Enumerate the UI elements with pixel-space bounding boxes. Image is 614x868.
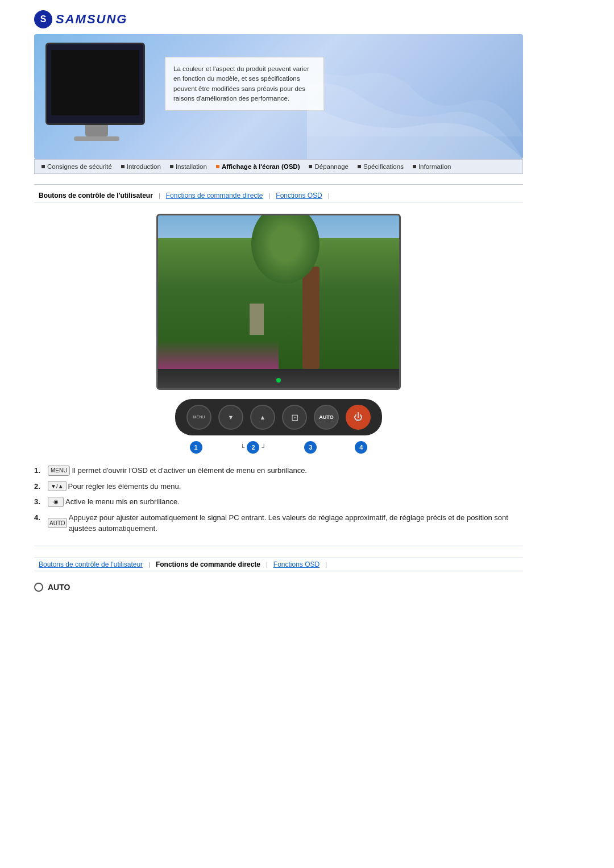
up-button[interactable]: ▲ — [250, 405, 275, 430]
auto-title: AUTO — [34, 583, 523, 592]
instr-num-2: 2. — [34, 481, 44, 492]
num-2-container: └ 2 ┘ — [240, 441, 267, 454]
monitor-screen-banner — [51, 50, 139, 115]
auto-circle-icon — [34, 583, 43, 592]
tab-sep-3: | — [327, 192, 331, 199]
instructions: 1. MENU Il permet d'ouvrir l'OSD et d'ac… — [34, 465, 523, 534]
logo-icon: S — [34, 10, 52, 28]
down-button[interactable]: ▼ — [218, 405, 243, 430]
instr-2-content: ▼/▲ Pour régler les éléments du menu. — [48, 481, 181, 492]
up-button-label: ▲ — [260, 414, 266, 421]
menu-button[interactable]: MENU — [186, 405, 211, 430]
monitor-image-area — [34, 214, 523, 390]
nav-bullet-information — [413, 165, 416, 168]
tab-boutons-controle-bottom[interactable]: Boutons de contrôle de l'utilisateur — [34, 560, 147, 568]
auto-section: AUTO — [34, 583, 523, 592]
num-badge-2: 2 — [247, 441, 259, 454]
nav-bullet-consignes — [42, 165, 45, 168]
tab-sep-bottom-1: | — [147, 561, 151, 568]
nav-bullet-affichage — [216, 165, 219, 168]
tab-sep-bottom-3: | — [324, 561, 328, 568]
instruction-2: 2. ▼/▲ Pour régler les éléments du menu. — [34, 481, 523, 492]
tab-row-bottom: Boutons de contrôle de l'utilisateur | F… — [34, 558, 523, 571]
monitor-display-bezel — [158, 369, 399, 390]
bracket-left: └ — [240, 444, 245, 451]
monitor-display — [156, 214, 401, 390]
tab-row-top: Boutons de contrôle de l'utilisateur | F… — [34, 189, 523, 202]
tab-sep-bottom-2: | — [265, 561, 269, 568]
instr-num-1: 1. — [34, 465, 44, 476]
banner-text: La couleur et l'aspect du produit peuven… — [165, 57, 324, 111]
section-divider-bottom — [34, 546, 523, 546]
instr-key-4: AUTO — [48, 518, 67, 528]
power-button[interactable]: ⏻ — [346, 405, 371, 430]
tab-sep-1: | — [157, 192, 161, 199]
tab-sep-2: | — [268, 192, 272, 199]
tab-fonctions-commande[interactable]: Fonctions de commande directe — [161, 192, 268, 200]
tab-fonctions-commande-bottom[interactable]: Fonctions de commande directe — [151, 560, 265, 568]
select-button[interactable]: ⊡ — [282, 405, 307, 430]
monitor-stand — [85, 125, 108, 136]
auto-label: AUTO — [48, 583, 70, 592]
nav-bullet-specifications — [358, 165, 361, 168]
bracket-right: ┘ — [262, 444, 266, 451]
num-1-container: 1 — [190, 441, 202, 454]
instr-num-3: 3. — [34, 496, 44, 508]
section-divider-top — [34, 184, 523, 185]
auto-button-label: AUTO — [319, 414, 333, 420]
garden-flowers — [158, 340, 279, 369]
menu-button-label: MENU — [193, 415, 205, 420]
power-button-label: ⏻ — [354, 412, 363, 422]
tab-boutons-controle[interactable]: Boutons de contrôle de l'utilisateur — [34, 192, 157, 200]
nav-item-specifications[interactable]: Spécifications — [358, 163, 404, 170]
monitor-display-screen — [158, 215, 399, 369]
nav-bullet-introduction — [121, 165, 125, 168]
nav-bullet-depannage — [309, 165, 312, 168]
nav-item-information[interactable]: Information — [413, 163, 451, 170]
select-button-label: ⊡ — [291, 412, 298, 423]
banner-monitor — [45, 43, 148, 134]
instruction-3: 3. ◉ Active le menu mis en surbrillance. — [34, 496, 523, 508]
instr-key-2: ▼/▲ — [48, 481, 67, 491]
nav-item-installation[interactable]: Installation — [170, 163, 207, 170]
banner: La couleur et l'aspect du produit peuven… — [34, 34, 523, 159]
garden-pagoda — [250, 304, 264, 335]
num-badge-4: 4 — [355, 441, 367, 454]
num-3-container: 3 — [304, 441, 317, 454]
nav-item-introduction[interactable]: Introduction — [121, 163, 161, 170]
instruction-1: 1. MENU Il permet d'ouvrir l'OSD et d'ac… — [34, 465, 523, 476]
auto-button[interactable]: AUTO — [314, 405, 339, 430]
button-diagram: MENU ▼ ▲ ⊡ AUTO ⏻ 1 — [34, 399, 523, 454]
button-panel: MENU ▼ ▲ ⊡ AUTO ⏻ — [175, 399, 382, 435]
nav-bullet-installation — [170, 165, 173, 168]
nav-item-depannage[interactable]: Dépannage — [309, 163, 348, 170]
instr-1-content: MENU Il permet d'ouvrir l'OSD et d'activ… — [48, 465, 307, 476]
num-4-container: 4 — [355, 441, 367, 454]
banner-wave-decoration — [307, 57, 523, 159]
samsung-logo: S SAMSUNG — [34, 10, 127, 28]
header: S SAMSUNG — [0, 0, 614, 34]
tab-fonctions-osd-bottom[interactable]: Fonctions OSD — [269, 560, 324, 568]
nav-bar: Consignes de sécurité Introduction Insta… — [34, 159, 523, 174]
nav-item-affichage[interactable]: Affichage à l'écran (OSD) — [216, 163, 300, 170]
logo-text: SAMSUNG — [56, 12, 127, 27]
nav-item-consignes[interactable]: Consignes de sécurité — [42, 163, 112, 170]
down-button-label: ▼ — [228, 414, 234, 421]
monitor-base — [74, 136, 119, 141]
num-badge-3: 3 — [304, 441, 317, 454]
num-badge-1: 1 — [190, 441, 202, 454]
instr-3-content: ◉ Active le menu mis en surbrillance. — [48, 496, 180, 508]
instr-key-1: MENU — [48, 466, 70, 476]
monitor-power-led — [276, 378, 281, 383]
instr-key-3: ◉ — [48, 497, 64, 507]
instruction-4: 4. AUTO Appuyez pour ajuster automatique… — [34, 512, 523, 534]
instr-num-4: 4. — [34, 512, 44, 524]
monitor-outer — [45, 43, 145, 125]
tab-fonctions-osd[interactable]: Fonctions OSD — [271, 192, 326, 200]
instr-4-content: AUTO Appuyez pour ajuster automatiquemen… — [48, 512, 523, 534]
garden-tree-trunk — [302, 267, 320, 369]
